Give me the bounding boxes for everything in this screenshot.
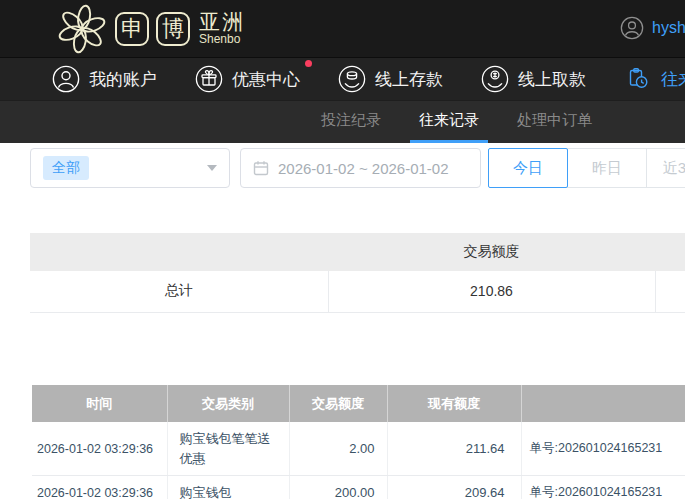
flower-logo-icon (56, 3, 108, 55)
calendar-icon (253, 160, 269, 176)
tab-pending-orders[interactable]: 处理中订单 (508, 101, 601, 143)
last-30-days-button[interactable]: 近30日 (646, 148, 685, 188)
logo-region-text: 亚洲 (199, 11, 245, 33)
site-logo[interactable]: 申 博 亚洲 Shenbo (56, 3, 245, 55)
cell-time: 2026-01-02 03:29:36 (32, 476, 167, 499)
col-header-type: 交易类别 (167, 385, 289, 422)
tab-betting-records[interactable]: 投注纪录 (312, 101, 390, 143)
col-header-note: 摘要 (521, 385, 685, 422)
transaction-type-select[interactable]: 全部 (30, 148, 230, 188)
nav-item-label: 线上取款 (518, 68, 586, 91)
col-header-amount: 交易额度 (289, 385, 387, 422)
summary-empty-cell (655, 271, 685, 312)
cell-type: 购宝钱包笔笔送优惠 (167, 422, 289, 476)
nav-item-label: 我的账户 (89, 68, 157, 91)
cell-note: 单号:202601024165231 (521, 422, 685, 476)
logo-wordmark: 亚洲 Shenbo (199, 11, 245, 46)
cell-amount: 200.00 (289, 476, 387, 499)
nav-item-withdraw[interactable]: 线上取款 (481, 65, 586, 93)
cell-note: 单号:202601024165231 (521, 476, 685, 499)
avatar-icon (620, 16, 644, 40)
table-row: 2026-01-02 03:29:36 购宝钱包 200.00 209.64 单… (32, 476, 685, 499)
cell-balance: 209.64 (387, 476, 521, 499)
date-range-value: 2026-01-02 ~ 2026-01-02 (278, 160, 449, 177)
main-nav: 我的账户 优惠中心 线上存款 (0, 57, 685, 100)
summary-header-amount: 交易额度 (328, 233, 655, 271)
cell-balance: 211.64 (387, 422, 521, 476)
transactions-table: 时间 交易类别 交易额度 现有额度 摘要 2026-01-02 03:29:36… (32, 385, 685, 499)
filter-row: 全部 2026-01-02 ~ 2026-01-02 今日 昨日 近30日 (30, 148, 685, 188)
user-circle-icon (52, 65, 80, 93)
today-button[interactable]: 今日 (488, 148, 568, 188)
notification-dot (305, 60, 312, 67)
nav-item-deposit[interactable]: 线上存款 (338, 65, 443, 93)
nav-item-transactions[interactable]: 往来记录 (624, 65, 685, 93)
transactions-header-row: 时间 交易类别 交易额度 现有额度 摘要 (32, 385, 685, 422)
logo-brand-text: Shenbo (199, 33, 245, 46)
records-clipboard-clock-icon (624, 65, 652, 93)
logo-char-box-2: 博 (156, 12, 190, 46)
summary-total-label: 总计 (30, 271, 328, 312)
cell-amount: 2.00 (289, 422, 387, 476)
summary-header-empty (30, 233, 328, 271)
nav-item-label: 线上存款 (375, 68, 443, 91)
summary-table: 交易额度 总计 210.86 (30, 233, 685, 313)
col-header-balance: 现有额度 (387, 385, 521, 422)
username-text: hysh (652, 19, 685, 37)
tab-transaction-records[interactable]: 往来记录 (410, 101, 488, 143)
logo-char-box-1: 申 (115, 12, 149, 46)
nav-item-label: 往来记录 (661, 68, 685, 91)
cell-time: 2026-01-02 03:29:36 (32, 422, 167, 476)
table-row: 2026-01-02 03:29:36 购宝钱包笔笔送优惠 2.00 211.6… (32, 422, 685, 476)
date-range-input[interactable]: 2026-01-02 ~ 2026-01-02 (240, 148, 481, 188)
withdraw-hand-coin-icon (481, 65, 509, 93)
cell-type: 购宝钱包 (167, 476, 289, 499)
quick-date-buttons: 今日 昨日 近30日 (489, 148, 685, 188)
chevron-down-icon (207, 165, 217, 171)
summary-total-row: 总计 210.86 (30, 271, 685, 312)
summary-total-amount: 210.86 (328, 271, 655, 312)
nav-item-promotions[interactable]: 优惠中心 (195, 65, 300, 93)
record-tabs: 投注纪录 往来记录 处理中订单 (0, 100, 685, 143)
summary-header-row: 交易额度 (30, 233, 685, 271)
summary-header-empty (655, 233, 685, 271)
deposit-hand-coins-icon (338, 65, 366, 93)
selected-type-chip: 全部 (43, 156, 89, 180)
gift-icon (195, 65, 223, 93)
col-header-time: 时间 (32, 385, 167, 422)
account-menu[interactable]: hysh (620, 16, 685, 40)
nav-item-my-account[interactable]: 我的账户 (52, 65, 157, 93)
top-bar: 申 博 亚洲 Shenbo hysh (0, 0, 685, 57)
yesterday-button[interactable]: 昨日 (567, 148, 647, 188)
nav-item-label: 优惠中心 (232, 68, 300, 91)
